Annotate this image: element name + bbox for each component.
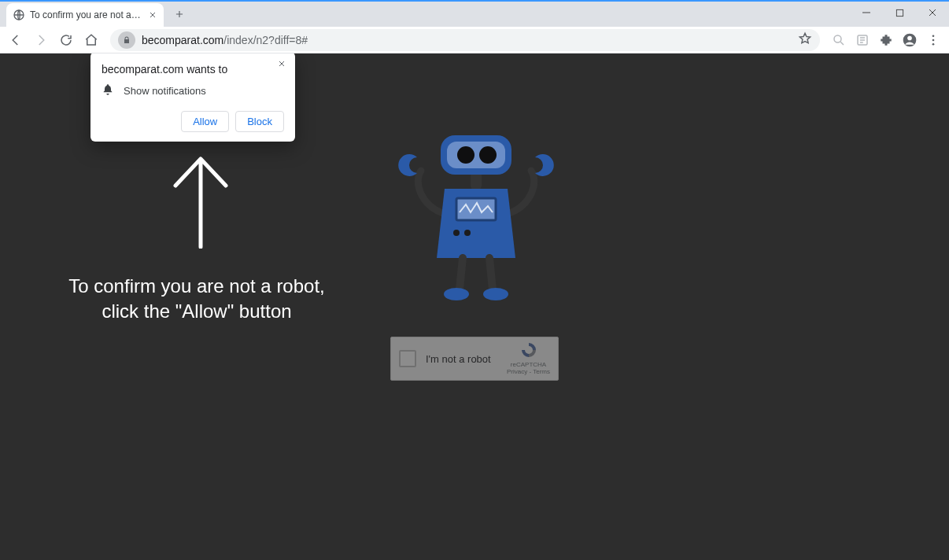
recaptcha-checkbox[interactable] [399,350,416,367]
url-host: becomparat.com [142,34,223,46]
menu-icon[interactable] [922,29,944,51]
minimize-button[interactable] [850,2,883,24]
svg-point-18 [483,288,508,300]
tabstrip: To confirm you are not a robot, c [0,2,189,27]
lock-icon[interactable] [118,31,135,49]
arrow-up-icon [169,154,232,252]
home-button[interactable] [80,29,102,51]
maximize-button[interactable] [883,2,916,24]
permission-dialog: becomparat.com wants to Show notificatio… [90,53,295,142]
svg-point-5 [907,35,912,40]
instruction-line-2: click the "Allow" button [39,299,354,324]
zoom-icon[interactable] [828,29,850,51]
instruction-line-1: To confirm you are not a robot, [39,274,354,299]
permission-title: becomparat.com wants to [102,63,284,76]
instruction-text: To confirm you are not a robot, click th… [39,274,354,325]
svg-rect-1 [896,9,903,16]
svg-point-13 [479,146,497,164]
recaptcha-brand: reCAPTCHA Privacy - Terms [507,341,550,376]
close-icon[interactable] [275,57,289,71]
svg-point-16 [464,230,471,236]
svg-point-8 [932,42,935,45]
url-display: becomparat.com/index/n2?diff=8# [142,34,308,46]
permission-item-label: Show notifications [124,85,206,97]
globe-icon [13,9,25,21]
address-bar[interactable]: becomparat.com/index/n2?diff=8# [110,29,820,51]
svg-point-7 [932,39,935,41]
reader-icon[interactable] [851,29,873,51]
url-path: /index/n2?diff=8# [223,34,308,46]
bell-icon [102,83,114,98]
extensions-icon[interactable] [875,29,897,51]
allow-button[interactable]: Allow [181,111,229,132]
recaptcha-widget[interactable]: I'm not a robot reCAPTCHA Privacy - Term… [390,337,559,381]
close-window-button[interactable] [916,2,949,24]
recaptcha-legal: Privacy - Terms [507,369,550,376]
back-button[interactable] [5,29,27,51]
close-tab-icon[interactable] [146,9,159,21]
svg-point-17 [444,288,469,300]
toolbar: becomparat.com/index/n2?diff=8# [0,27,949,53]
svg-point-2 [834,35,841,42]
page-content: becomparat.com wants to Show notificatio… [0,53,949,560]
browser-tab[interactable]: To confirm you are not a robot, c [6,3,164,27]
window-controls [850,2,949,24]
block-button[interactable]: Block [235,111,284,132]
forward-button[interactable] [30,29,52,51]
svg-point-15 [453,230,460,236]
titlebar: To confirm you are not a robot, c [0,0,949,27]
svg-point-12 [457,146,474,164]
profile-icon[interactable] [899,29,921,51]
recaptcha-label: I'm not a robot [426,353,491,365]
reload-button[interactable] [55,29,77,51]
new-tab-button[interactable] [170,5,189,24]
robot-illustration [378,127,574,308]
tab-title: To confirm you are not a robot, c [30,9,142,20]
svg-point-6 [932,35,935,37]
bookmark-star-icon[interactable] [798,31,812,48]
